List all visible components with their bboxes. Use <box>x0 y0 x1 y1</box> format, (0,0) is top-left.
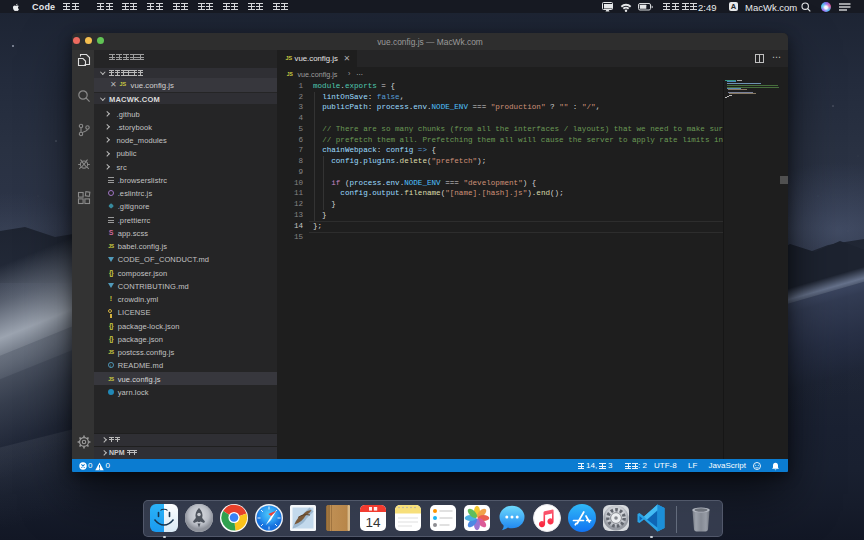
svg-text:14: 14 <box>365 515 381 530</box>
